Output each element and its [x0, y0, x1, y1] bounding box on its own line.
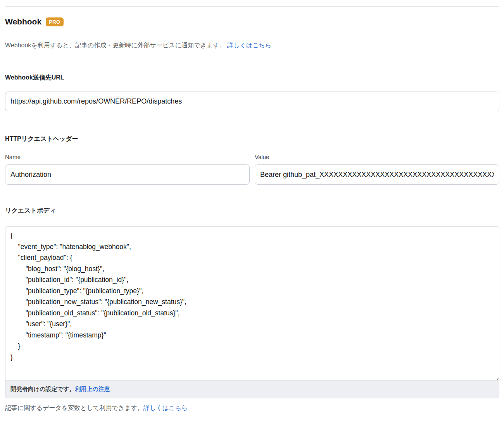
variables-note-text: 記事に関するデータを変数として利用できます。: [5, 405, 143, 411]
learn-more-link[interactable]: 詳しくはこちら: [227, 42, 271, 48]
header-value-column: Value: [255, 154, 499, 185]
developer-note-bar: 開発者向けの設定です。利用上の注意: [5, 380, 499, 398]
webhook-description: Webhookを利用すると、記事の作成・更新時に外部サービスに通知できます。 詳…: [5, 41, 499, 50]
header-name-input[interactable]: [5, 164, 250, 185]
header-name-column: Name: [5, 154, 250, 185]
request-body-textarea[interactable]: { "event_type": "hatenablog_webhook", "c…: [5, 227, 499, 380]
http-headers-label: HTTPリクエストヘッダー: [5, 135, 499, 142]
page-title: Webhook: [5, 17, 41, 27]
usage-notes-link[interactable]: 利用上の注意: [75, 386, 110, 392]
variables-note: 記事に関するデータを変数として利用できます。詳しくはこちら: [5, 404, 499, 412]
header-value-input[interactable]: [255, 164, 499, 185]
webhook-settings-page: Webhook PRO Webhookを利用すると、記事の作成・更新時に外部サー…: [0, 6, 504, 420]
title-row: Webhook PRO: [5, 17, 499, 27]
header-value-label: Value: [255, 154, 499, 161]
request-body-label: リクエストボディ: [5, 207, 499, 214]
top-divider: [5, 6, 499, 7]
developer-note-text: 開発者向けの設定です。: [10, 386, 75, 392]
webhook-description-text: Webhookを利用すると、記事の作成・更新時に外部サービスに通知できます。: [5, 42, 226, 48]
header-row: Name Value: [5, 154, 499, 185]
request-body-box: { "event_type": "hatenablog_webhook", "c…: [5, 226, 499, 398]
webhook-url-input[interactable]: [5, 92, 499, 111]
webhook-url-label: Webhook送信先URL: [5, 74, 499, 81]
variables-learn-more-link[interactable]: 詳しくはこちら: [143, 405, 188, 411]
pro-badge: PRO: [46, 17, 63, 26]
header-name-label: Name: [5, 154, 250, 161]
